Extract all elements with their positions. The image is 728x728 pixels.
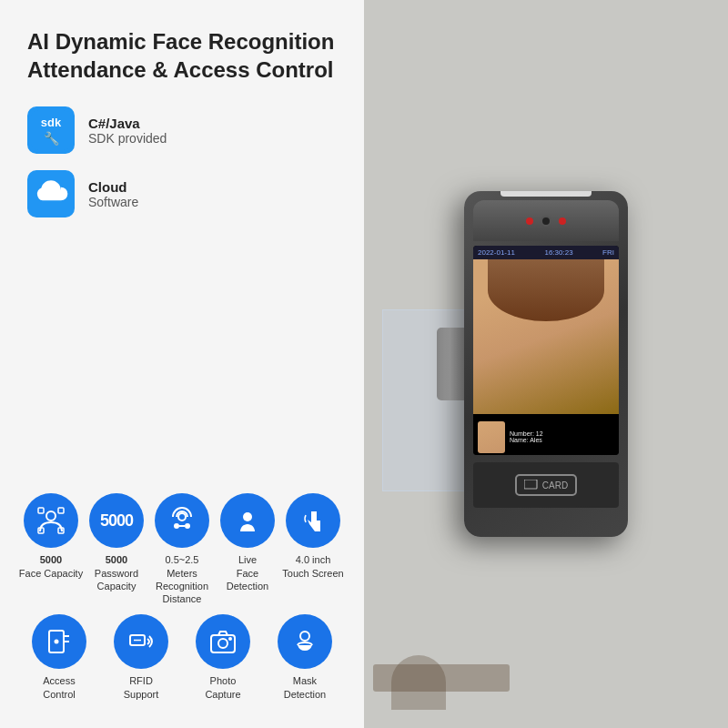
led-right [559,217,566,225]
hair-simulation [488,259,604,321]
screen-header: 2022-01-11 16:30:23 FRI [473,246,619,259]
svg-rect-20 [524,480,537,489]
sdk-feature: sdk 🔧 C#/Java SDK provided [27,106,337,154]
photo-capture-item: Photo Capture [187,614,259,701]
password-capacity-label: 5000 Password Capacity [84,553,149,592]
screen-bottom-info: Number: 12 Name: Ales [473,414,619,455]
password-capacity-item: 5000 5000 Password Capacity [84,493,149,605]
photo-capture-icon [196,614,250,669]
live-face-detection-item: Live Face Detection [215,493,280,605]
touch-screen-item: 4.0 inch Touch Screen [280,493,346,605]
cloud-icon [27,170,75,217]
svg-point-7 [185,523,190,529]
device-screen: 2022-01-11 16:30:23 FRI Num [473,246,619,455]
bottom-icons: 5000 Face Capacity 5000 5000 Password Ca… [18,493,346,710]
camera [541,216,551,227]
main-container: AI Dynamic Face Recognition Attendance &… [0,0,728,728]
face-recognition-device: 2022-01-11 16:30:23 FRI Num [464,191,628,537]
led-left [526,217,533,225]
face-capacity-icon [24,493,78,548]
rfid-support-icon [114,614,168,669]
face-display [473,259,619,414]
title-section: AI Dynamic Face Recognition Attendance &… [27,27,337,84]
svg-rect-2 [58,508,64,513]
live-face-detection-icon [220,493,275,548]
mask-detection-icon [278,614,332,669]
right-panel: 2022-01-11 16:30:23 FRI Num [364,0,728,728]
face-capacity-label: 5000 Face Capacity [19,553,83,580]
main-title: AI Dynamic Face Recognition Attendance &… [27,27,337,84]
cloud-feature-text: Cloud Software [88,179,138,209]
features-list: sdk 🔧 C#/Java SDK provided Cloud [27,106,337,217]
svg-point-9 [243,512,252,521]
device-top [473,200,619,241]
face-simulation [473,259,619,414]
device-strip [500,191,592,197]
svg-point-13 [55,640,59,644]
sdk-feature-text: C#/Java SDK provided [88,116,167,146]
sdk-icon: sdk 🔧 [27,106,75,154]
svg-rect-1 [38,508,44,513]
rfid-support-item: RFID Support [105,614,177,701]
icons-row-2: Access Control RFI [18,614,346,701]
card-icon: CARD [515,474,577,496]
left-panel: AI Dynamic Face Recognition Attendance &… [0,0,364,728]
cloud-feature: Cloud Software [27,170,337,217]
device-card-area: CARD [473,462,619,508]
password-capacity-icon: 5000 [89,493,144,548]
svg-point-17 [218,639,228,648]
svg-point-0 [46,511,56,521]
recognition-distance-icon [155,493,209,548]
icons-row-1: 5000 Face Capacity 5000 5000 Password Ca… [18,493,346,605]
svg-point-19 [300,632,309,641]
photo-capture-label: Photo Capture [205,674,240,701]
svg-point-6 [174,523,179,529]
rfid-support-label: RFID Support [124,674,159,701]
face-thumbnail [478,421,505,453]
recognition-distance-item: 0.5~2.5 Meters Recognition Distance [149,493,215,605]
svg-point-5 [178,513,186,521]
touch-screen-icon [286,493,340,548]
live-face-detection-label: Live Face Detection [215,553,280,592]
mask-detection-label: Mask Detection [284,674,326,701]
access-control-icon [32,614,86,669]
access-control-item: Access Control [23,614,96,701]
access-control-label: Access Control [43,674,75,701]
recognition-distance-label: 0.5~2.5 Meters Recognition Distance [149,553,215,605]
mask-detection-item: Mask Detection [268,614,341,701]
chair [391,655,446,710]
device-container: 2022-01-11 16:30:23 FRI Num [464,191,628,537]
face-capacity-item: 5000 Face Capacity [18,493,84,605]
touch-screen-label: 4.0 inch Touch Screen [282,553,343,580]
device-mount [437,328,464,400]
svg-point-18 [228,637,232,641]
